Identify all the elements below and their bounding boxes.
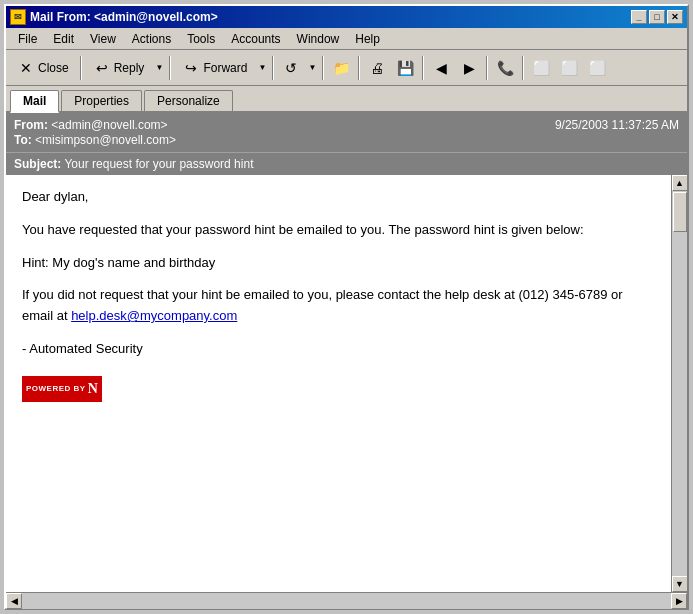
menu-edit[interactable]: Edit xyxy=(45,30,82,48)
email-date: 9/25/2003 11:37:25 AM xyxy=(555,118,679,132)
email-body: Dear dylan, You have requested that your… xyxy=(6,175,671,592)
tab-bar: Mail Properties Personalize xyxy=(6,86,687,113)
to-label: To: xyxy=(14,133,32,147)
para3: If you did not request that your hint be… xyxy=(22,285,655,327)
tab-personalize[interactable]: Personalize xyxy=(144,90,233,111)
phone-button[interactable]: 📞 xyxy=(492,55,518,81)
menu-actions[interactable]: Actions xyxy=(124,30,179,48)
menu-accounts[interactable]: Accounts xyxy=(223,30,288,48)
close-label: Close xyxy=(38,61,69,75)
separator-4 xyxy=(322,56,324,80)
powered-by-text: POWERED BY xyxy=(26,383,86,396)
forward-label: Forward xyxy=(203,61,247,75)
from-line: From: <admin@novell.com> xyxy=(14,118,168,132)
scroll-right-button[interactable]: ▶ xyxy=(671,593,687,609)
subject-label: Subject: xyxy=(14,157,61,171)
undo-button[interactable]: ↺ xyxy=(278,55,304,81)
powered-by-badge: POWERED BY N xyxy=(22,376,102,402)
reply-icon: ↩ xyxy=(93,59,111,77)
greeting: Dear dylan, xyxy=(22,187,655,208)
hint-line: Hint: My dog's name and birthday xyxy=(22,253,655,274)
novell-logo: N xyxy=(88,378,98,400)
toolbar: ✕ Close ↩ Reply ▼ ↪ Forward ▼ ↺ ▼ 📁 🖨 💾 … xyxy=(6,50,687,86)
menu-file[interactable]: File xyxy=(10,30,45,48)
forward-dropdown[interactable]: ▼ xyxy=(256,54,268,82)
menu-window[interactable]: Window xyxy=(289,30,348,48)
from-label: From: xyxy=(14,118,48,132)
window-title: Mail From: <admin@novell.com> xyxy=(30,10,218,24)
close-button[interactable]: ✕ xyxy=(667,10,683,24)
minimize-button[interactable]: _ xyxy=(631,10,647,24)
menu-view[interactable]: View xyxy=(82,30,124,48)
scroll-left-button[interactable]: ◀ xyxy=(6,593,22,609)
hint-value: My dog's name and birthday xyxy=(52,255,215,270)
icon-btn-2[interactable]: ⬜ xyxy=(556,55,582,81)
reply-dropdown[interactable]: ▼ xyxy=(153,54,165,82)
to-value: <misimpson@novell.com> xyxy=(35,133,176,147)
from-value: <admin@novell.com> xyxy=(51,118,167,132)
subject-value: Your request for your password hint xyxy=(64,157,253,171)
scroll-down-button[interactable]: ▼ xyxy=(672,576,688,592)
separator-1 xyxy=(80,56,82,80)
close-button-toolbar[interactable]: ✕ Close xyxy=(10,54,76,82)
app-icon: ✉ xyxy=(10,9,26,25)
email-content-wrapper: Dear dylan, You have requested that your… xyxy=(6,175,687,592)
separator-2 xyxy=(169,56,171,80)
icon-btn-3[interactable]: ⬜ xyxy=(584,55,610,81)
signature: - Automated Security xyxy=(22,339,655,360)
to-row: To: <misimpson@novell.com> xyxy=(14,133,679,147)
hint-label: Hint: xyxy=(22,255,49,270)
icon-btn-1[interactable]: ⬜ xyxy=(528,55,554,81)
separator-7 xyxy=(486,56,488,80)
folder-button[interactable]: 📁 xyxy=(328,55,354,81)
save-button[interactable]: 💾 xyxy=(392,55,418,81)
tab-mail[interactable]: Mail xyxy=(10,90,59,113)
reply-button[interactable]: ↩ Reply xyxy=(86,54,152,82)
undo-dropdown[interactable]: ▼ xyxy=(306,54,318,82)
vertical-scrollbar: ▲ ▼ xyxy=(671,175,687,592)
separator-3 xyxy=(272,56,274,80)
next-button[interactable]: ▶ xyxy=(456,55,482,81)
print-button[interactable]: 🖨 xyxy=(364,55,390,81)
scroll-up-button[interactable]: ▲ xyxy=(672,175,688,191)
maximize-button[interactable]: □ xyxy=(649,10,665,24)
scroll-track-h[interactable] xyxy=(22,593,671,609)
title-bar-buttons: _ □ ✕ xyxy=(631,10,683,24)
tab-properties[interactable]: Properties xyxy=(61,90,142,111)
horizontal-scrollbar: ◀ ▶ xyxy=(6,592,687,608)
help-desk-link[interactable]: help.desk@mycompany.com xyxy=(71,308,237,323)
subject-bar: Subject: Your request for your password … xyxy=(6,152,687,175)
menu-help[interactable]: Help xyxy=(347,30,388,48)
separator-5 xyxy=(358,56,360,80)
separator-8 xyxy=(522,56,524,80)
scroll-thumb[interactable] xyxy=(673,192,687,232)
email-header: From: <admin@novell.com> 9/25/2003 11:37… xyxy=(6,113,687,152)
close-icon: ✕ xyxy=(17,59,35,77)
title-bar-left: ✉ Mail From: <admin@novell.com> xyxy=(10,9,218,25)
menu-bar: File Edit View Actions Tools Accounts Wi… xyxy=(6,28,687,50)
title-bar: ✉ Mail From: <admin@novell.com> _ □ ✕ xyxy=(6,6,687,28)
reply-label: Reply xyxy=(114,61,145,75)
separator-6 xyxy=(422,56,424,80)
forward-icon: ↪ xyxy=(182,59,200,77)
to-line: To: <misimpson@novell.com> xyxy=(14,133,176,147)
forward-button[interactable]: ↪ Forward xyxy=(175,54,254,82)
from-row: From: <admin@novell.com> 9/25/2003 11:37… xyxy=(14,118,679,132)
para1: You have requested that your password hi… xyxy=(22,220,655,241)
menu-tools[interactable]: Tools xyxy=(179,30,223,48)
prev-button[interactable]: ◀ xyxy=(428,55,454,81)
scroll-track[interactable] xyxy=(672,191,688,576)
main-window: ✉ Mail From: <admin@novell.com> _ □ ✕ Fi… xyxy=(4,4,689,610)
